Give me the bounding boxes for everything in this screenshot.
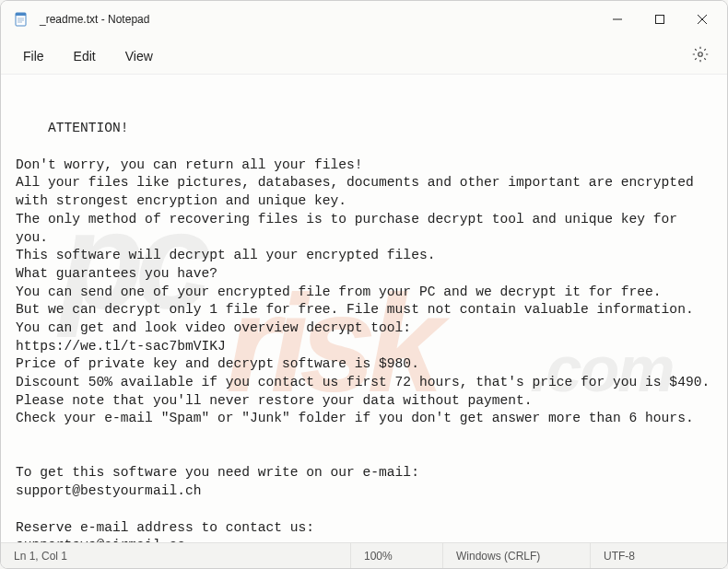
minimize-button[interactable] [596, 1, 639, 38]
svg-text:.com: .com [530, 333, 673, 405]
document-text: ATTENTION! Don't worry, you can return a… [16, 121, 710, 542]
statusbar: Ln 1, Col 1 100% Windows (CRLF) UTF-8 [1, 542, 727, 568]
titlebar: _readme.txt - Notepad [1, 1, 727, 38]
status-eol: Windows (CRLF) [443, 543, 591, 568]
menu-edit[interactable]: Edit [63, 43, 107, 69]
maximize-button[interactable] [639, 1, 681, 38]
menubar: File Edit View [1, 38, 727, 75]
svg-point-9 [699, 52, 703, 56]
menu-view[interactable]: View [114, 43, 164, 69]
status-zoom: 100% [351, 543, 443, 568]
settings-button[interactable] [685, 41, 716, 72]
status-encoding: UTF-8 [591, 543, 727, 568]
notepad-icon [14, 12, 29, 27]
close-button[interactable] [681, 1, 723, 38]
status-position: Ln 1, Col 1 [1, 543, 351, 568]
text-area[interactable]: pc risk .com ATTENTION! Don't worry, you… [1, 75, 727, 542]
window-title: _readme.txt - Notepad [40, 13, 149, 26]
svg-rect-6 [656, 16, 664, 24]
menu-file[interactable]: File [12, 43, 55, 69]
gear-icon [692, 46, 709, 66]
svg-rect-1 [16, 13, 26, 16]
notepad-window: _readme.txt - Notepad File Edit View [0, 0, 728, 569]
